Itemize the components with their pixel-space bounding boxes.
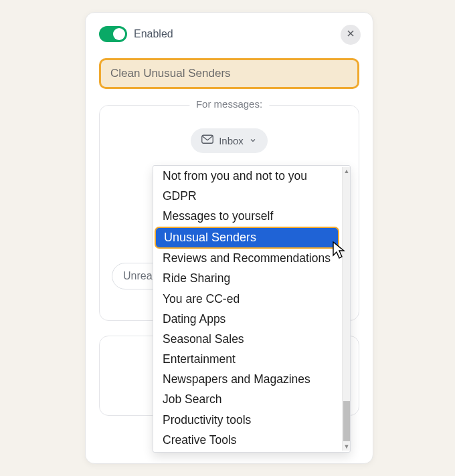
mail-icon — [201, 134, 213, 147]
rule-editor-card: Enabled Clean Unusual Senders For messag… — [85, 12, 373, 464]
preset-option[interactable]: Seasonal Sales — [153, 329, 341, 349]
preset-option[interactable]: Reviews and Recommendations — [153, 249, 341, 269]
preset-dropdown: Not from you and not to youGDPRMessages … — [153, 165, 351, 453]
for-messages-legend: For messages: — [189, 98, 269, 110]
enabled-toggle[interactable] — [99, 26, 127, 42]
preset-option[interactable]: GDPR — [153, 186, 341, 206]
preset-option[interactable]: Unusual Senders — [155, 227, 339, 249]
rule-name-value: Clean Unusual Senders — [110, 67, 231, 80]
preset-option[interactable]: Creative Tools — [153, 430, 341, 450]
preset-option[interactable]: Productivity tools — [153, 410, 341, 430]
preset-option[interactable]: Ride Sharing — [153, 269, 341, 289]
preset-option[interactable]: You are CC-ed — [153, 289, 341, 309]
scrollbar[interactable]: ▲ ▼ — [342, 167, 350, 451]
scroll-down-arrow-icon[interactable]: ▼ — [343, 443, 351, 451]
preset-option[interactable]: Entertainment — [153, 350, 341, 370]
scroll-thumb[interactable] — [343, 401, 350, 441]
preset-option[interactable]: Not from you and not to you — [153, 166, 341, 186]
scroll-up-arrow-icon[interactable]: ▲ — [343, 167, 351, 175]
svg-rect-0 — [202, 135, 213, 143]
preset-dropdown-list[interactable]: Not from you and not to youGDPRMessages … — [153, 166, 341, 452]
close-icon — [346, 29, 355, 41]
header: Enabled — [86, 13, 373, 42]
toggle-knob — [113, 28, 125, 40]
folder-chip-label: Inbox — [219, 135, 244, 146]
preset-option[interactable]: Job Search — [153, 390, 341, 410]
preset-option[interactable]: Messages to yourself — [153, 206, 341, 226]
enabled-label: Enabled — [134, 28, 173, 40]
preset-option[interactable]: Newspapers and Magazines — [153, 370, 341, 390]
chevron-down-icon — [249, 135, 257, 146]
close-button[interactable] — [341, 25, 361, 45]
toggle-row: Enabled — [99, 26, 359, 42]
preset-option[interactable]: Dating Apps — [153, 309, 341, 329]
folder-chip[interactable]: Inbox — [191, 128, 268, 153]
rule-name-input[interactable]: Clean Unusual Senders — [99, 58, 359, 89]
